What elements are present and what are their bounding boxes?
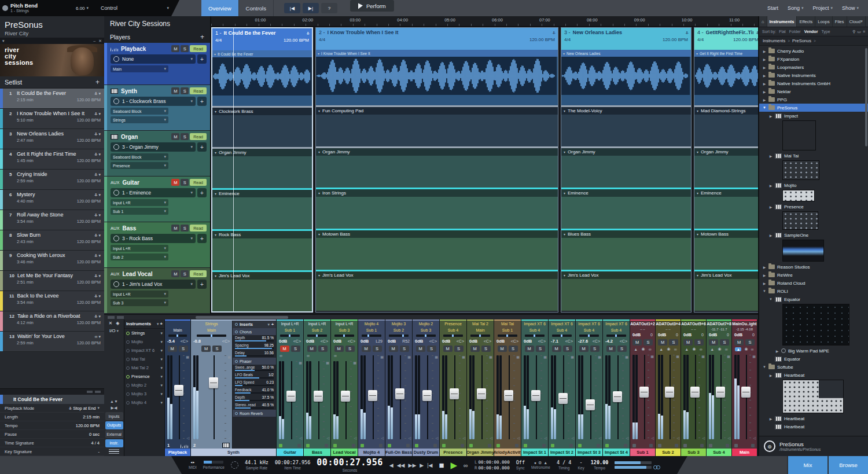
rack-instrument[interactable]: Mojito 3▾: [124, 390, 164, 398]
song-column-header[interactable]: 1 -It Could Be the Fever-‖-4/4120.00 BPM: [212, 28, 312, 50]
solo-button[interactable]: S: [181, 87, 189, 94]
instrument-clip-lane[interactable]: ▾Jim's Lead Vox: [561, 271, 691, 311]
add-player-button[interactable]: +: [200, 33, 204, 41]
read-automation-button[interactable]: Read: [190, 225, 207, 232]
timeline-ruler[interactable]: 01:0002:0003:0004:0005:0006:0007:0008:00…: [211, 16, 758, 27]
stereo-icon[interactable]: ∞: [307, 354, 310, 358]
trim-icon[interactable]: -‖-: [94, 193, 97, 197]
speaker-icon[interactable]: ◁: [186, 436, 189, 440]
channel-strip-lead-vocal[interactable]: Input L+RSub 30dB<C>MS∞▦◁Lead Vocal: [331, 319, 358, 456]
speaker-icon[interactable]: ◁: [435, 436, 438, 440]
instrument-clip-lane[interactable]: ▾Eminence: [694, 189, 758, 229]
monitor-icon[interactable]: [700, 444, 704, 447]
collapse-icon[interactable]: ▾: [2, 39, 5, 43]
record-arm-icon[interactable]: [734, 444, 738, 447]
performance-meter[interactable]: Performance: [203, 461, 225, 469]
channel-name-tag[interactable]: Mojito 4: [358, 449, 385, 456]
gain-value[interactable]: 0dB: [442, 339, 450, 344]
power-icon[interactable]: [126, 340, 130, 344]
menu-show[interactable]: Show▾: [842, 5, 859, 11]
power-icon[interactable]: [235, 412, 238, 415]
mute-button[interactable]: M: [171, 87, 179, 94]
record-arm-icon[interactable]: [551, 444, 554, 447]
add-patch-button[interactable]: +: [197, 97, 207, 106]
tree-item-presonus[interactable]: ▼PreSonus: [759, 104, 868, 112]
trim-icon[interactable]: -‖-: [94, 213, 97, 218]
rack-instrument[interactable]: Mojito 2▾: [124, 381, 164, 390]
solo-button[interactable]: S: [179, 346, 188, 352]
channel-strip-sub-4[interactable]: ADATOut7+8-11.7 -11.70dB0MS▲◉∞▦◁Sub 4: [707, 319, 732, 456]
mono-icon[interactable]: ◉: [718, 347, 721, 351]
pan-thumb[interactable]: [615, 335, 617, 337]
record-arm-icon[interactable]: [578, 444, 582, 447]
fold-arrow-icon[interactable]: ▾: [697, 150, 698, 154]
stop-button[interactable]: ■: [439, 460, 444, 470]
grid-icon[interactable]: ▦: [625, 355, 628, 359]
caret-expanded-icon[interactable]: ▼: [763, 365, 766, 369]
solo-button[interactable]: S: [720, 339, 729, 346]
trim-icon[interactable]: -‖-: [94, 132, 97, 137]
menu-start[interactable]: Start: [767, 5, 778, 11]
channel-list-icon[interactable]: [109, 449, 119, 455]
scrollbar-thumb[interactable]: [196, 316, 288, 319]
caret-collapsed-icon[interactable]: ▶: [769, 373, 773, 377]
pan-thumb[interactable]: [561, 335, 562, 337]
channel-name-tag[interactable]: Synth: [191, 449, 276, 456]
pin-icon[interactable]: ◈: [116, 321, 119, 326]
caret-collapsed-icon[interactable]: ▶: [763, 57, 766, 61]
narrow-strips-icon[interactable]: ▶◀: [111, 406, 117, 410]
monitor-icon[interactable]: [624, 444, 627, 447]
fader-zone[interactable]: ▦◁: [707, 353, 731, 441]
fold-arrow-icon[interactable]: ▾: [318, 150, 320, 154]
mute-button[interactable]: M: [389, 346, 398, 352]
monitor-icon[interactable]: [515, 444, 518, 447]
metronome-icon[interactable]: ⚙: [538, 461, 542, 465]
fader-handle[interactable]: [174, 385, 183, 396]
mute-button[interactable]: M: [443, 346, 453, 352]
plugin-thumbnail[interactable]: [782, 304, 849, 346]
insert-param[interactable]: Delay10.56: [233, 350, 276, 358]
solo-button[interactable]: S: [454, 346, 464, 352]
trim-icon[interactable]: -‖-: [94, 274, 97, 278]
tree-scrollbar[interactable]: [865, 48, 867, 146]
speaker-icon[interactable]: ◁: [517, 436, 520, 440]
caret-collapsed-icon[interactable]: ▶: [763, 65, 766, 69]
song-info-row[interactable]: Key Signature-: [0, 447, 104, 456]
grid-icon[interactable]: ▦: [701, 354, 705, 358]
record-arm-icon[interactable]: [496, 444, 500, 447]
chevron-down-icon[interactable]: ▾: [98, 132, 101, 137]
fold-arrow-icon[interactable]: ▾: [215, 109, 216, 113]
monitor-icon[interactable]: [751, 444, 755, 447]
plugin-thumbnail[interactable]: [782, 120, 816, 150]
record-arm-icon[interactable]: [469, 444, 473, 447]
strip-output-label[interactable]: Sub 4: [576, 327, 602, 333]
setlist-item[interactable]: 7Roll Away the Stone-‖-▾3:54 min120.00 B…: [0, 210, 104, 230]
limiter-icon[interactable]: ▲: [659, 347, 663, 351]
mute-button[interactable]: M: [525, 346, 534, 352]
solo-button[interactable]: S: [318, 346, 328, 352]
fader-zone[interactable]: ▦◁: [440, 354, 466, 441]
clip-header[interactable]: ▾Eminence: [212, 190, 312, 197]
fader-handle[interactable]: [586, 399, 595, 410]
tree-item-roland-cloud[interactable]: ▶Roland Cloud: [759, 279, 868, 287]
pan-control[interactable]: [165, 333, 190, 338]
caret-collapsed-icon[interactable]: ▶: [769, 417, 773, 421]
strip-output-label[interactable]: Sub 3: [331, 327, 358, 333]
setlist-item[interactable]: 11Back to the Levee-‖-▾3:54 min120.00 BP…: [0, 291, 104, 311]
channel-strip-full-on-bass[interactable]: Mojito 3Sub 20dBR52MS▦◁Full-On Bass: [385, 319, 413, 456]
insert-param[interactable]: LFO Speed0.23: [233, 380, 276, 387]
setlist-item[interactable]: 3New Orleans Ladies-‖-▾2:47 min120.00 BP…: [0, 129, 104, 149]
setlist-item[interactable]: 6Mystery-‖-▾4:40 min120.00 BPM: [0, 190, 104, 210]
grid-icon[interactable]: ▦: [598, 355, 601, 359]
fader-zone[interactable]: ▦◁: [576, 354, 602, 441]
power-icon[interactable]: [235, 323, 238, 326]
clip-header[interactable]: ▾Eminence: [561, 189, 691, 197]
fold-arrow-icon[interactable]: ▾: [318, 232, 320, 236]
song-column-4[interactable]: 4 -GetItRighttheFir..Tim-‖-4/4120.00 BPM…: [694, 27, 758, 313]
read-automation-button[interactable]: Read: [190, 179, 207, 186]
gain-value[interactable]: 0dB: [709, 332, 717, 337]
gain-value[interactable]: -27.6: [578, 339, 588, 344]
clip-header[interactable]: ▾Organ Jimmy: [316, 148, 558, 156]
caret-expanded-icon[interactable]: ▼: [763, 289, 766, 293]
control-dropdown[interactable]: Control▾: [95, 0, 179, 16]
